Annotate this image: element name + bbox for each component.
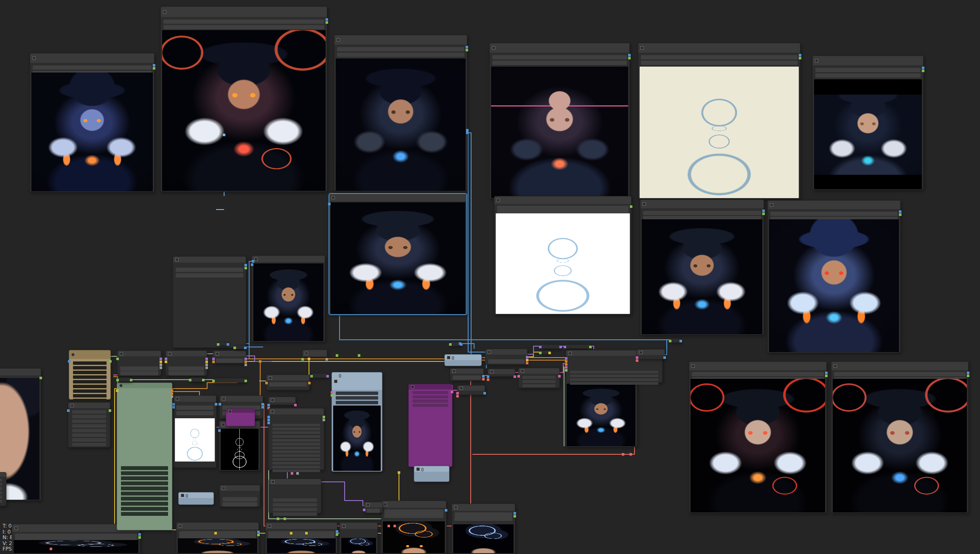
- slot-gy[interactable]: [244, 364, 247, 366]
- link-junction-r[interactable]: [629, 453, 632, 456]
- list-row[interactable]: [272, 458, 320, 461]
- list-row[interactable]: [522, 380, 556, 383]
- slot-o[interactable]: [565, 363, 567, 366]
- list-row[interactable]: [73, 389, 107, 393]
- preview-node-11[interactable]: [767, 200, 901, 353]
- hub-node-6[interactable]: [268, 397, 296, 405]
- list-row[interactable]: [570, 375, 658, 377]
- sketch-node-white[interactable]: [173, 395, 216, 468]
- link-junction-g[interactable]: [284, 518, 286, 520]
- slot-pu[interactable]: [526, 356, 528, 358]
- node-titlebar[interactable]: [414, 466, 449, 472]
- plain-node-2[interactable]: [68, 402, 110, 448]
- node-titlebar[interactable]: [177, 523, 258, 529]
- slot-g[interactable]: [967, 375, 969, 377]
- slot-gy[interactable]: [326, 358, 328, 361]
- preview-node-1[interactable]: [30, 53, 154, 192]
- widget-row[interactable]: [455, 517, 512, 521]
- link-junction-g[interactable]: [358, 354, 360, 357]
- graph-canvas[interactable]: T: 0.I: 0N: 8V: 2FPS 0000: [0, 0, 980, 554]
- slot-g[interactable]: [669, 340, 671, 342]
- collapse-icon[interactable]: [334, 380, 337, 383]
- collapsed-node-6[interactable]: [311, 373, 328, 378]
- node-titlebar[interactable]: [174, 396, 216, 402]
- node-titlebar[interactable]: [269, 409, 324, 414]
- widget-row[interactable]: [337, 47, 464, 51]
- slot-y[interactable]: [116, 389, 118, 392]
- preview-node-7[interactable]: [252, 255, 325, 342]
- hub-node-10[interactable]: [450, 368, 484, 381]
- widget-row[interactable]: [269, 382, 307, 386]
- list-row[interactable]: [336, 392, 378, 395]
- widget-row[interactable]: [384, 514, 444, 518]
- list-row[interactable]: [0, 491, 2, 494]
- slot-b[interactable]: [215, 403, 217, 406]
- hub-node-14[interactable]: [637, 349, 665, 359]
- slot-g[interactable]: [899, 213, 901, 216]
- list-row[interactable]: [121, 497, 168, 501]
- slot-b[interactable]: [267, 419, 270, 421]
- slot-pk[interactable]: [331, 391, 333, 394]
- node-titlebar[interactable]: [494, 196, 631, 204]
- node-titlebar[interactable]: [173, 257, 246, 263]
- list-row[interactable]: [121, 481, 168, 485]
- node-titlebar[interactable]: [519, 368, 559, 374]
- widget-row[interactable]: [384, 509, 444, 514]
- list-row[interactable]: [121, 466, 168, 470]
- slot-pk[interactable]: [565, 366, 567, 369]
- list-row[interactable]: [413, 395, 448, 398]
- list-row[interactable]: [72, 410, 106, 414]
- slot-b[interactable]: [257, 531, 260, 533]
- list-row[interactable]: [72, 424, 106, 428]
- list-row[interactable]: [72, 429, 106, 432]
- node-titlebar[interactable]: [68, 403, 110, 408]
- note-node-slate-4[interactable]: 0: [178, 492, 214, 505]
- slot-g[interactable]: [799, 57, 801, 59]
- list-row[interactable]: [272, 439, 320, 442]
- widget-row[interactable]: [455, 512, 512, 517]
- slot-pk[interactable]: [517, 375, 520, 378]
- collapse-icon[interactable]: [168, 352, 171, 355]
- slot-b[interactable]: [680, 340, 682, 342]
- slot-b[interactable]: [899, 210, 901, 213]
- collapse-icon[interactable]: [222, 487, 225, 490]
- collapse-icon[interactable]: [454, 506, 458, 509]
- collapse-icon[interactable]: [521, 369, 524, 373]
- collapse-icon[interactable]: [384, 503, 387, 506]
- link-junction-g[interactable]: [336, 354, 338, 357]
- slot-g[interactable]: [331, 394, 333, 397]
- node-titlebar[interactable]: [488, 369, 515, 374]
- list-row[interactable]: [73, 361, 107, 365]
- node-titlebar[interactable]: [486, 349, 527, 355]
- preview-node-20[interactable]: [452, 504, 515, 554]
- slot-o[interactable]: [244, 361, 247, 363]
- slot-b[interactable]: [922, 67, 924, 69]
- slot-g[interactable]: [109, 409, 111, 412]
- slot-g[interactable]: [630, 205, 632, 208]
- slot-r[interactable]: [487, 378, 489, 381]
- slot-b[interactable]: [218, 429, 221, 432]
- slot-gy[interactable]: [205, 364, 208, 366]
- slot-o[interactable]: [308, 382, 311, 384]
- collapse-icon[interactable]: [268, 524, 271, 528]
- collapse-icon[interactable]: [568, 352, 572, 355]
- node-titlebar[interactable]: [30, 53, 154, 63]
- widget-row[interactable]: [222, 497, 257, 501]
- collapse-icon[interactable]: [639, 351, 643, 354]
- node-titlebar[interactable]: [267, 375, 309, 381]
- collapse-icon[interactable]: [176, 397, 179, 400]
- hub-node-13[interactable]: [457, 385, 485, 395]
- widget-row[interactable]: [176, 406, 213, 410]
- list-row[interactable]: [413, 400, 448, 403]
- link-junction-r[interactable]: [622, 453, 624, 456]
- slot-o[interactable]: [265, 382, 268, 384]
- slot-b[interactable]: [153, 64, 155, 67]
- slot-b[interactable]: [466, 46, 468, 48]
- slot-g[interactable]: [825, 375, 828, 377]
- collapsed-node-10[interactable]: [540, 350, 550, 354]
- node-titlebar[interactable]: [0, 369, 41, 375]
- list-row[interactable]: [121, 487, 168, 490]
- list-row[interactable]: [273, 498, 317, 502]
- link-junction-b[interactable]: [466, 132, 469, 134]
- list-row[interactable]: [121, 502, 168, 506]
